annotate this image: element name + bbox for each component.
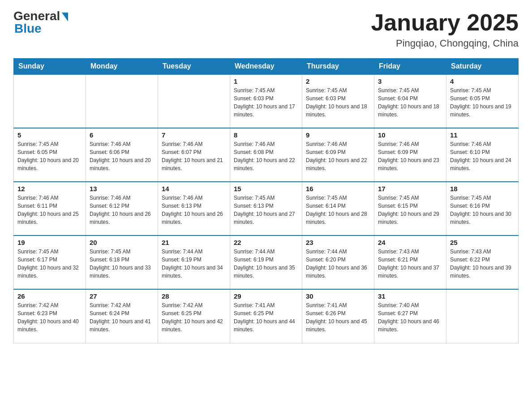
calendar-cell: 12Sunrise: 7:46 AM Sunset: 6:11 PM Dayli… <box>14 182 86 235</box>
calendar-cell: 26Sunrise: 7:42 AM Sunset: 6:23 PM Dayli… <box>14 289 86 343</box>
calendar-cell: 23Sunrise: 7:44 AM Sunset: 6:20 PM Dayli… <box>302 235 374 289</box>
day-number: 1 <box>234 77 298 85</box>
day-info: Sunrise: 7:42 AM Sunset: 6:24 PM Dayligh… <box>90 301 154 334</box>
day-info: Sunrise: 7:45 AM Sunset: 6:16 PM Dayligh… <box>450 194 515 226</box>
calendar-cell: 7Sunrise: 7:46 AM Sunset: 6:07 PM Daylig… <box>158 128 230 182</box>
calendar-cell: 4Sunrise: 7:45 AM Sunset: 6:05 PM Daylig… <box>446 74 519 128</box>
day-number: 10 <box>378 131 442 139</box>
day-number: 15 <box>234 185 298 193</box>
calendar-cell: 10Sunrise: 7:46 AM Sunset: 6:09 PM Dayli… <box>374 128 446 182</box>
calendar-cell: 17Sunrise: 7:45 AM Sunset: 6:15 PM Dayli… <box>374 182 446 235</box>
weekday-header-tuesday: Tuesday <box>158 59 230 75</box>
calendar-cell: 9Sunrise: 7:46 AM Sunset: 6:09 PM Daylig… <box>302 128 374 182</box>
calendar-cell: 24Sunrise: 7:43 AM Sunset: 6:21 PM Dayli… <box>374 235 446 289</box>
calendar-cell: 27Sunrise: 7:42 AM Sunset: 6:24 PM Dayli… <box>86 289 158 343</box>
day-number: 18 <box>450 185 515 193</box>
day-number: 9 <box>306 131 370 139</box>
calendar-cell: 16Sunrise: 7:45 AM Sunset: 6:14 PM Dayli… <box>302 182 374 235</box>
day-info: Sunrise: 7:45 AM Sunset: 6:05 PM Dayligh… <box>17 140 82 172</box>
title-section: January 2025 Pingqiao, Chongqing, China <box>371 9 519 49</box>
day-number: 14 <box>162 185 226 193</box>
day-info: Sunrise: 7:46 AM Sunset: 6:09 PM Dayligh… <box>306 140 370 172</box>
week-row-2: 5Sunrise: 7:45 AM Sunset: 6:05 PM Daylig… <box>14 128 519 182</box>
calendar-cell: 21Sunrise: 7:44 AM Sunset: 6:19 PM Dayli… <box>158 235 230 289</box>
location-text: Pingqiao, Chongqing, China <box>371 38 519 49</box>
day-info: Sunrise: 7:44 AM Sunset: 6:20 PM Dayligh… <box>306 248 370 280</box>
calendar-cell: 14Sunrise: 7:46 AM Sunset: 6:13 PM Dayli… <box>158 182 230 235</box>
day-info: Sunrise: 7:46 AM Sunset: 6:07 PM Dayligh… <box>162 140 226 172</box>
calendar-cell: 29Sunrise: 7:41 AM Sunset: 6:25 PM Dayli… <box>230 289 302 343</box>
week-row-1: 1Sunrise: 7:45 AM Sunset: 6:03 PM Daylig… <box>14 74 519 128</box>
calendar-cell: 3Sunrise: 7:45 AM Sunset: 6:04 PM Daylig… <box>374 74 446 128</box>
day-number: 5 <box>17 131 82 139</box>
day-info: Sunrise: 7:46 AM Sunset: 6:13 PM Dayligh… <box>162 194 226 226</box>
day-number: 16 <box>306 185 370 193</box>
day-info: Sunrise: 7:41 AM Sunset: 6:26 PM Dayligh… <box>306 301 370 334</box>
day-number: 4 <box>450 77 515 85</box>
calendar-cell <box>446 289 519 343</box>
day-info: Sunrise: 7:46 AM Sunset: 6:11 PM Dayligh… <box>17 194 82 226</box>
day-number: 8 <box>234 131 298 139</box>
day-info: Sunrise: 7:45 AM Sunset: 6:03 PM Dayligh… <box>234 86 298 119</box>
day-info: Sunrise: 7:44 AM Sunset: 6:19 PM Dayligh… <box>162 248 226 280</box>
day-info: Sunrise: 7:40 AM Sunset: 6:27 PM Dayligh… <box>378 301 442 334</box>
calendar-cell: 15Sunrise: 7:45 AM Sunset: 6:13 PM Dayli… <box>230 182 302 235</box>
calendar-cell: 28Sunrise: 7:42 AM Sunset: 6:25 PM Dayli… <box>158 289 230 343</box>
day-number: 24 <box>378 239 442 246</box>
day-info: Sunrise: 7:45 AM Sunset: 6:14 PM Dayligh… <box>306 194 370 226</box>
weekday-header-thursday: Thursday <box>302 59 374 75</box>
day-number: 11 <box>450 131 515 139</box>
calendar-cell: 8Sunrise: 7:46 AM Sunset: 6:08 PM Daylig… <box>230 128 302 182</box>
day-number: 17 <box>378 185 442 193</box>
weekday-header-saturday: Saturday <box>446 59 519 75</box>
day-info: Sunrise: 7:43 AM Sunset: 6:21 PM Dayligh… <box>378 248 442 280</box>
day-number: 22 <box>234 239 298 246</box>
calendar-cell: 22Sunrise: 7:44 AM Sunset: 6:19 PM Dayli… <box>230 235 302 289</box>
day-info: Sunrise: 7:45 AM Sunset: 6:18 PM Dayligh… <box>90 248 154 280</box>
day-number: 31 <box>378 292 442 300</box>
calendar-cell: 13Sunrise: 7:46 AM Sunset: 6:12 PM Dayli… <box>86 182 158 235</box>
day-number: 7 <box>162 131 226 139</box>
day-info: Sunrise: 7:45 AM Sunset: 6:15 PM Dayligh… <box>378 194 442 226</box>
day-number: 26 <box>17 292 82 300</box>
calendar-table: SundayMondayTuesdayWednesdayThursdayFrid… <box>13 58 519 343</box>
day-info: Sunrise: 7:46 AM Sunset: 6:09 PM Dayligh… <box>378 140 442 172</box>
day-info: Sunrise: 7:45 AM Sunset: 6:03 PM Dayligh… <box>306 86 370 119</box>
logo-arrow-icon <box>62 13 68 21</box>
calendar-cell: 25Sunrise: 7:43 AM Sunset: 6:22 PM Dayli… <box>446 235 519 289</box>
page-header: General Blue January 2025 Pingqiao, Chon… <box>13 9 519 49</box>
day-number: 20 <box>90 239 154 246</box>
day-info: Sunrise: 7:41 AM Sunset: 6:25 PM Dayligh… <box>234 301 298 334</box>
day-number: 29 <box>234 292 298 300</box>
calendar-cell: 19Sunrise: 7:45 AM Sunset: 6:17 PM Dayli… <box>14 235 86 289</box>
month-title: January 2025 <box>371 9 519 36</box>
day-info: Sunrise: 7:42 AM Sunset: 6:23 PM Dayligh… <box>17 301 82 334</box>
week-row-4: 19Sunrise: 7:45 AM Sunset: 6:17 PM Dayli… <box>14 235 519 289</box>
day-number: 2 <box>306 77 370 85</box>
day-info: Sunrise: 7:46 AM Sunset: 6:08 PM Dayligh… <box>234 140 298 172</box>
day-number: 19 <box>17 239 82 246</box>
day-number: 12 <box>17 185 82 193</box>
day-number: 25 <box>450 239 515 246</box>
logo: General Blue <box>13 9 68 36</box>
day-info: Sunrise: 7:42 AM Sunset: 6:25 PM Dayligh… <box>162 301 226 334</box>
calendar-cell: 1Sunrise: 7:45 AM Sunset: 6:03 PM Daylig… <box>230 74 302 128</box>
weekday-header-row: SundayMondayTuesdayWednesdayThursdayFrid… <box>14 59 519 75</box>
day-number: 6 <box>90 131 154 139</box>
day-info: Sunrise: 7:45 AM Sunset: 6:17 PM Dayligh… <box>17 248 82 280</box>
day-info: Sunrise: 7:44 AM Sunset: 6:19 PM Dayligh… <box>234 248 298 280</box>
calendar-cell: 30Sunrise: 7:41 AM Sunset: 6:26 PM Dayli… <box>302 289 374 343</box>
calendar-cell <box>14 74 86 128</box>
day-info: Sunrise: 7:46 AM Sunset: 6:12 PM Dayligh… <box>90 194 154 226</box>
calendar-cell: 31Sunrise: 7:40 AM Sunset: 6:27 PM Dayli… <box>374 289 446 343</box>
calendar-cell: 20Sunrise: 7:45 AM Sunset: 6:18 PM Dayli… <box>86 235 158 289</box>
day-number: 23 <box>306 239 370 246</box>
calendar-cell: 11Sunrise: 7:46 AM Sunset: 6:10 PM Dayli… <box>446 128 519 182</box>
day-info: Sunrise: 7:46 AM Sunset: 6:10 PM Dayligh… <box>450 140 515 172</box>
weekday-header-monday: Monday <box>86 59 158 75</box>
weekday-header-friday: Friday <box>374 59 446 75</box>
day-number: 13 <box>90 185 154 193</box>
day-number: 28 <box>162 292 226 300</box>
day-number: 3 <box>378 77 442 85</box>
calendar-cell: 18Sunrise: 7:45 AM Sunset: 6:16 PM Dayli… <box>446 182 519 235</box>
